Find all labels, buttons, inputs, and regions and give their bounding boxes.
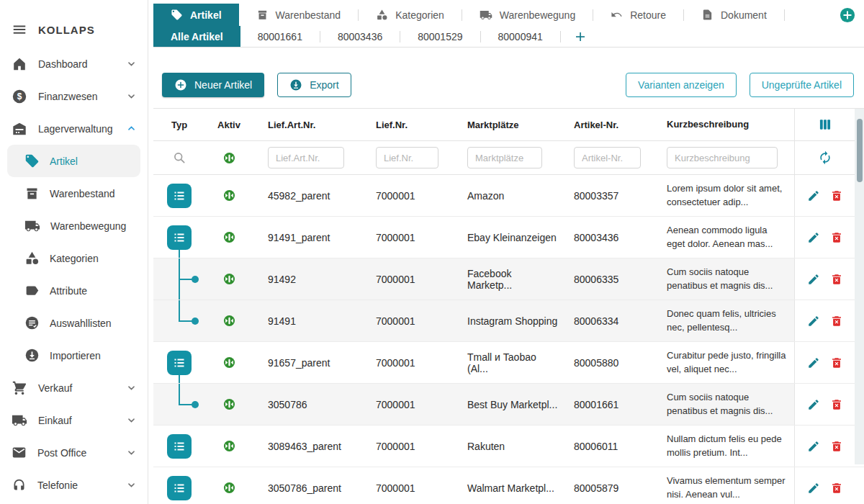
- active-filter-icon[interactable]: [222, 151, 236, 165]
- subtab-alle-artikel[interactable]: Alle Artikel: [153, 26, 240, 47]
- scrollbar-thumb[interactable]: [857, 119, 863, 182]
- sidebar-item-kategorien[interactable]: Kategorien: [7, 242, 140, 274]
- active-status-icon: [222, 189, 236, 202]
- active-status-icon: [222, 230, 236, 244]
- column-settings-button[interactable]: [794, 109, 855, 140]
- column-header-kurzbeschreibung[interactable]: Kurzbeschreibung: [656, 118, 794, 132]
- show-variants-button[interactable]: Varianten anzeigen: [626, 73, 737, 97]
- menu-icon[interactable]: [12, 22, 27, 37]
- table-row[interactable]: 3050786 7000001 Best Buy Marketpl... 800…: [153, 384, 864, 426]
- tab-artikel[interactable]: Artikel: [153, 4, 239, 26]
- sidebar-item-importieren[interactable]: Importieren: [7, 339, 140, 372]
- delete-icon[interactable]: [830, 273, 843, 286]
- table-row[interactable]: 91491 7000001 Instagram Shopping 8000633…: [153, 300, 864, 342]
- active-status-icon: [222, 397, 236, 411]
- table-header-row: Typ Aktiv Lief.Art.Nr. Lief.Nr. Marktplä…: [153, 109, 864, 141]
- sidebar-item-warenbestand[interactable]: Warenbestand: [7, 177, 140, 210]
- subtab-80001529[interactable]: 80001529: [400, 26, 480, 47]
- table-row[interactable]: 3050786_parent 7000001 Walmart Marketpl.…: [153, 467, 864, 504]
- divider: [784, 9, 785, 21]
- parent-article-icon[interactable]: [167, 434, 192, 459]
- sidebar-item-artikel[interactable]: Artikel: [7, 145, 140, 177]
- tab-warenbestand[interactable]: Warenbestand: [239, 4, 359, 26]
- list-circle-icon: [24, 315, 40, 330]
- tab-kategorien[interactable]: Kategorien: [359, 4, 462, 26]
- finance-icon: [12, 89, 27, 104]
- download-circle-icon: [289, 78, 302, 91]
- sidebar-item-einkauf[interactable]: Einkauf: [0, 404, 148, 436]
- chevron-down-icon: [125, 382, 138, 394]
- add-subtab-button[interactable]: [561, 26, 600, 47]
- table-row[interactable]: 91491_parent 7000001 Ebay Kleinanzeigen …: [153, 217, 864, 258]
- add-tab-button[interactable]: [840, 7, 855, 23]
- column-header-lief-art-nr[interactable]: Lief.Art.Nr.: [253, 120, 361, 130]
- table-row[interactable]: 3089463_parent 7000001 Rakuten 80006011 …: [153, 426, 864, 467]
- category-icon: [24, 251, 40, 266]
- delete-icon[interactable]: [830, 440, 843, 453]
- plus-circle-icon: [174, 78, 187, 91]
- sidebar-item-auswahllisten[interactable]: Auswahllisten: [7, 307, 140, 339]
- filter-lief-nr-input[interactable]: [376, 147, 438, 168]
- edit-icon[interactable]: [807, 440, 820, 453]
- delete-icon[interactable]: [830, 189, 843, 202]
- unchecked-articles-button[interactable]: Ungeprüfte Artikel: [750, 73, 854, 97]
- sidebar-item-attribute[interactable]: Attribute: [7, 274, 140, 307]
- truck-icon: [480, 9, 492, 22]
- tab-dokument[interactable]: Dokument: [684, 4, 784, 26]
- sidebar-item-dashboard[interactable]: Dashboard: [0, 48, 148, 80]
- column-header-typ[interactable]: Typ: [153, 120, 205, 130]
- subtab-80003436[interactable]: 80003436: [320, 26, 400, 47]
- search-icon[interactable]: [172, 150, 186, 165]
- table-row[interactable]: 91492 7000001 Facebook Marketp... 800063…: [153, 258, 864, 300]
- sidebar-item-verkauf[interactable]: Verkauf: [0, 372, 148, 404]
- edit-icon[interactable]: [807, 273, 820, 286]
- filter-marktplaetze-input[interactable]: [467, 147, 542, 168]
- tree-connector: [179, 384, 180, 405]
- new-article-button[interactable]: Neuer Artikel: [162, 73, 264, 97]
- column-header-aktiv[interactable]: Aktiv: [205, 120, 253, 130]
- filter-lief-art-nr-input[interactable]: [268, 147, 344, 168]
- sidebar-item-warenbewegung[interactable]: Warenbewegung: [7, 210, 140, 242]
- category-icon: [376, 9, 388, 21]
- edit-icon[interactable]: [807, 398, 820, 411]
- sidebar-item-finanzwesen[interactable]: Finanzwesen: [0, 80, 148, 112]
- delete-icon[interactable]: [830, 398, 843, 411]
- edit-icon[interactable]: [807, 482, 820, 495]
- edit-icon[interactable]: [807, 356, 820, 369]
- scrollbar-track[interactable]: [855, 109, 864, 464]
- tab-warenbewegung[interactable]: Warenbewegung: [462, 4, 593, 26]
- label-icon: [24, 283, 40, 298]
- column-header-lief-nr[interactable]: Lief.Nr.: [361, 120, 452, 130]
- filter-kurzbeschreibung-input[interactable]: [667, 147, 778, 168]
- active-status-icon: [222, 439, 236, 453]
- delete-icon[interactable]: [830, 315, 843, 328]
- table-row[interactable]: 91657_parent 7000001 Tmall и Taobao (Al.…: [153, 342, 864, 384]
- parent-article-icon[interactable]: [167, 476, 192, 500]
- toolbar: Neuer Artikel Export Varianten anzeigen …: [162, 73, 854, 97]
- edit-icon[interactable]: [807, 231, 820, 244]
- brand-logo: KOLLAPS: [38, 24, 95, 36]
- delete-icon[interactable]: [830, 231, 843, 244]
- mail-icon: [12, 445, 27, 460]
- edit-icon[interactable]: [807, 315, 820, 328]
- delete-icon[interactable]: [830, 482, 843, 495]
- table-row[interactable]: 45982_parent 7000001 Amazon 80003357 Lor…: [153, 175, 864, 217]
- column-header-marktplaetze[interactable]: Marktplätze: [452, 120, 559, 130]
- sidebar-item-telefonie[interactable]: Telefonie: [0, 469, 148, 501]
- chevron-up-icon: [125, 122, 138, 135]
- refresh-icon[interactable]: [818, 150, 832, 165]
- parent-article-icon[interactable]: [167, 225, 192, 250]
- parent-article-icon[interactable]: [167, 351, 192, 375]
- delete-icon[interactable]: [830, 356, 843, 369]
- edit-icon[interactable]: [807, 189, 820, 202]
- subtab-80000941[interactable]: 80000941: [481, 26, 560, 47]
- filter-artikel-nr-input[interactable]: [574, 147, 641, 168]
- tab-retoure[interactable]: Retoure: [593, 4, 683, 26]
- export-button[interactable]: Export: [277, 73, 351, 97]
- tree-node-dot: [192, 276, 199, 283]
- sidebar-item-post-office[interactable]: Post Office: [0, 436, 148, 469]
- subtab-80001661[interactable]: 80001661: [240, 26, 320, 47]
- sidebar-item-lagerverwaltung[interactable]: Lagerverwaltung: [0, 112, 148, 145]
- parent-article-icon[interactable]: [167, 184, 192, 208]
- column-header-artikel-nr[interactable]: Artikel-Nr.: [559, 120, 656, 130]
